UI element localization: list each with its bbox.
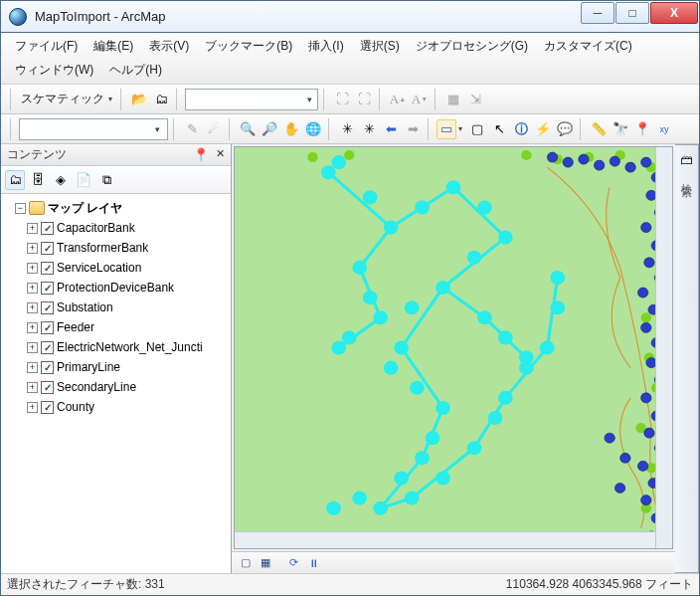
layer-label[interactable]: TransformerBank xyxy=(57,241,148,255)
layer-label[interactable]: ProtectionDeviceBank xyxy=(57,281,174,295)
menu-file[interactable]: ファイル(F) xyxy=(7,35,86,58)
expander-icon[interactable]: + xyxy=(27,402,38,413)
svg-point-63 xyxy=(641,223,651,233)
layer-row[interactable]: +✓Substation xyxy=(27,298,229,317)
menu-geoprocessing[interactable]: ジオプロセシング(G) xyxy=(408,35,536,58)
pan-icon[interactable]: ✋ xyxy=(281,119,301,139)
layer-label[interactable]: PrimaryLine xyxy=(57,360,120,374)
pause-icon[interactable]: ⏸ xyxy=(305,555,321,571)
schematic-combo[interactable]: ▾ xyxy=(185,89,318,110)
schematic-menu[interactable]: スケマティック xyxy=(19,91,106,107)
new-icon[interactable]: 🗂 xyxy=(151,90,171,109)
zoom-fixed-out-icon[interactable]: ✳ xyxy=(359,119,379,139)
zoom-out-icon[interactable]: 🔎 xyxy=(260,119,279,139)
map-canvas[interactable] xyxy=(234,146,673,549)
list-by-source-icon[interactable]: 🗄 xyxy=(28,170,48,190)
layer-label[interactable]: Feeder xyxy=(57,320,94,334)
layer-label[interactable]: Substation xyxy=(57,300,113,314)
expander-icon[interactable]: + xyxy=(27,243,38,254)
options-icon[interactable]: ⧉ xyxy=(96,170,116,190)
refresh-icon[interactable]: ⟳ xyxy=(285,555,301,571)
layer-label[interactable]: CapacitorBank xyxy=(57,221,135,235)
checkbox[interactable]: ✓ xyxy=(41,361,54,374)
layer-label[interactable]: County xyxy=(57,400,94,414)
layer-row[interactable]: +✓SecondaryLine xyxy=(27,377,229,397)
menu-edit[interactable]: 編集(E) xyxy=(86,35,141,58)
layout-view-icon[interactable]: ▦ xyxy=(258,555,273,571)
layer-row[interactable]: +✓County xyxy=(27,397,229,417)
layer-row[interactable]: +✓ElectricNetwork_Net_Juncti xyxy=(27,337,229,357)
select-features-icon[interactable]: ▭ xyxy=(437,119,456,139)
checkbox[interactable]: ✓ xyxy=(41,301,54,314)
svg-point-50 xyxy=(498,330,513,344)
expander-icon[interactable]: + xyxy=(27,302,38,313)
checkbox[interactable]: ✓ xyxy=(41,381,54,394)
edit-tool-icon: ✎ xyxy=(182,119,202,139)
measure-icon[interactable]: 📏 xyxy=(589,119,609,139)
toc-title: コンテンツ xyxy=(7,146,67,163)
list-by-selection-icon[interactable]: 📄 xyxy=(74,170,93,190)
toc-tree[interactable]: − マップ レイヤ +✓CapacitorBank+✓TransformerBa… xyxy=(1,194,231,573)
menu-insert[interactable]: 挿入(I) xyxy=(300,35,351,58)
menu-windows[interactable]: ウィンドウ(W) xyxy=(7,59,101,82)
html-popup-icon[interactable]: 💬 xyxy=(555,119,575,139)
minimize-button[interactable]: ─ xyxy=(581,2,614,24)
hyperlink-icon[interactable]: ⚡ xyxy=(533,119,553,139)
globe-icon[interactable]: 🌐 xyxy=(303,119,323,139)
layer-label[interactable]: ElectricNetwork_Net_Juncti xyxy=(57,340,203,354)
checkbox[interactable]: ✓ xyxy=(41,321,54,334)
close-panel-icon[interactable]: ✕ xyxy=(216,147,225,160)
pin-icon[interactable]: 📍 xyxy=(193,147,209,162)
find-route-icon[interactable]: 📍 xyxy=(632,119,652,139)
checkbox[interactable]: ✓ xyxy=(41,222,54,235)
zoom-fixed-in-icon[interactable]: ✳ xyxy=(337,119,357,139)
find-icon[interactable]: 🔭 xyxy=(611,119,630,139)
vertical-scrollbar[interactable] xyxy=(655,147,672,548)
layer-row[interactable]: +✓ServiceLocation xyxy=(27,258,229,278)
dataframe-label[interactable]: マップ レイヤ xyxy=(48,200,122,217)
pointer-icon[interactable]: ↖ xyxy=(489,119,509,139)
select-dropdown-icon[interactable]: ▾ xyxy=(458,124,465,133)
layer-row[interactable]: +✓ProtectionDeviceBank xyxy=(27,278,229,298)
menu-customize[interactable]: カスタマイズ(C) xyxy=(536,35,640,58)
expander-icon[interactable]: + xyxy=(27,342,38,353)
expander-icon[interactable]: + xyxy=(27,382,38,393)
horizontal-scrollbar[interactable] xyxy=(235,531,655,548)
open-icon[interactable]: 📂 xyxy=(129,90,149,109)
menu-view[interactable]: 表示(V) xyxy=(141,35,197,58)
catalog-icon[interactable]: 🗃 xyxy=(677,149,697,169)
expander-icon[interactable]: − xyxy=(15,203,26,214)
layer-label[interactable]: ServiceLocation xyxy=(57,261,141,275)
expander-icon[interactable]: + xyxy=(27,362,38,373)
go-to-xy-icon[interactable]: xy xyxy=(654,119,674,139)
checkbox[interactable]: ✓ xyxy=(41,401,54,414)
checkbox[interactable]: ✓ xyxy=(41,262,54,275)
expander-icon[interactable]: + xyxy=(27,263,38,274)
search-tab[interactable]: 検索 xyxy=(679,175,694,179)
data-view-icon[interactable]: ▢ xyxy=(238,555,254,571)
layer-row[interactable]: +✓CapacitorBank xyxy=(27,218,229,238)
checkbox[interactable]: ✓ xyxy=(41,242,54,255)
chevron-down-icon[interactable]: ▾ xyxy=(108,95,115,103)
prev-extent-icon[interactable]: ⬅ xyxy=(381,119,401,139)
checkbox[interactable]: ✓ xyxy=(41,341,54,354)
scale-combo[interactable]: ▾ xyxy=(19,118,168,140)
layer-row[interactable]: +✓TransformerBank xyxy=(27,238,229,258)
close-button[interactable]: X xyxy=(650,2,698,24)
list-by-drawing-icon[interactable]: 🗂 xyxy=(5,170,25,190)
zoom-in-icon[interactable]: 🔍 xyxy=(238,119,258,139)
menu-select[interactable]: 選択(S) xyxy=(352,35,408,58)
expander-icon[interactable]: + xyxy=(27,322,38,333)
expander-icon[interactable]: + xyxy=(27,223,38,234)
layer-row[interactable]: +✓PrimaryLine xyxy=(27,357,229,377)
clear-selection-icon[interactable]: ▢ xyxy=(467,119,487,139)
identify-icon[interactable]: ⓘ xyxy=(511,119,531,139)
layer-label[interactable]: SecondaryLine xyxy=(57,380,136,394)
expander-icon[interactable]: + xyxy=(27,283,38,294)
checkbox[interactable]: ✓ xyxy=(41,282,54,295)
menu-bookmarks[interactable]: ブックマーク(B) xyxy=(197,35,300,58)
layer-row[interactable]: +✓Feeder xyxy=(27,317,229,337)
maximize-button[interactable]: □ xyxy=(615,2,649,24)
menu-help[interactable]: ヘルプ(H) xyxy=(101,59,170,82)
list-by-visibility-icon[interactable]: ◈ xyxy=(51,170,71,190)
